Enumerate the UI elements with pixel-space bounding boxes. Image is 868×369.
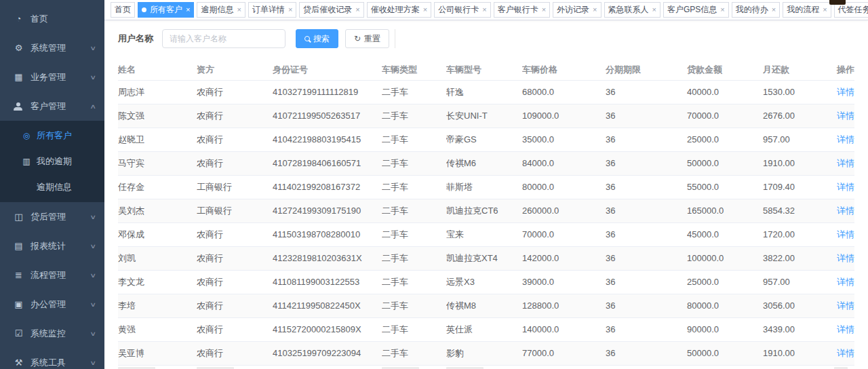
tab-label: 催收处理方案 <box>371 4 420 16</box>
refresh-icon: ↻ <box>354 34 361 43</box>
detail-link[interactable]: 详情 <box>837 300 854 311</box>
sidebar-item[interactable]: ≣流程管理∨ <box>0 260 104 290</box>
cell: 黄强 <box>118 317 197 341</box>
close-icon[interactable]: × <box>593 6 597 14</box>
cell-actions: 详情 <box>834 294 854 317</box>
chevron-up-icon: ∧ <box>90 103 97 110</box>
table-row: 陈文强农商行410721199505263517二手车长安UNI-T109000… <box>118 104 854 128</box>
column-header: 车辆价格 <box>522 60 606 80</box>
sidebar-subitem[interactable]: 逾期信息 <box>0 174 104 200</box>
cell: 李培 <box>118 294 197 317</box>
submenu: ◎所有客户▥我的逾期逾期信息 <box>0 121 104 202</box>
detail-link[interactable]: 详情 <box>837 277 854 287</box>
cell: 36 <box>606 128 687 151</box>
sidebar-item-label: 系统监控 <box>31 328 66 340</box>
sidebar-subitem[interactable]: ▥我的逾期 <box>0 149 104 174</box>
cell: 36 <box>606 151 687 175</box>
detail-link[interactable]: 详情 <box>837 206 854 216</box>
cell: 36 <box>606 175 687 199</box>
table-row: 李文龙农商行411081199003122553二手车远景X339000.036… <box>118 270 854 294</box>
close-icon[interactable]: × <box>720 6 724 14</box>
column-header: 分期期限 <box>606 60 687 80</box>
tab[interactable]: 我的待办× <box>732 2 780 18</box>
content-panel: 用户名称 搜索 ↻ 重置 姓名资方身份证号车辆类型车辆型号车辆价格分期期限贷款金… <box>104 20 868 369</box>
cell: 二手车 <box>382 199 446 222</box>
cell: 100000.0 <box>687 246 763 270</box>
sidebar-item[interactable]: ◫贷后管理∨ <box>0 202 104 231</box>
table-row: 刘凯农商行41232819810203631X二手车凯迪拉克XT4142000.… <box>118 246 854 270</box>
cell: 二手车 <box>382 341 446 365</box>
cell: 二手车 <box>382 128 446 151</box>
sidebar-item-label: 首页 <box>31 13 48 25</box>
detail-link[interactable]: 详情 <box>837 182 854 192</box>
close-icon[interactable]: × <box>482 6 486 14</box>
table-row: 赵晓卫农商行410422198803195415二手车帝豪GS35000.036… <box>118 128 854 151</box>
cell: 50000.0 <box>687 341 763 365</box>
cell: 84000.0 <box>522 151 606 175</box>
tab[interactable]: 逾期信息× <box>197 2 245 18</box>
detail-link[interactable]: 详情 <box>837 158 854 168</box>
cell: 二手车 <box>382 151 446 175</box>
sidebar-subitem[interactable]: ◎所有客户 <box>0 123 104 149</box>
search-input[interactable] <box>162 29 285 48</box>
tab[interactable]: 贷后催收记录× <box>299 2 363 18</box>
detail-link[interactable]: 详情 <box>837 324 854 334</box>
close-icon[interactable]: × <box>772 6 776 14</box>
cell: 70000.0 <box>687 104 763 128</box>
tab[interactable]: 公司银行卡× <box>434 2 490 18</box>
sidebar-item[interactable]: 客户管理∧ <box>0 92 104 121</box>
reset-button[interactable]: ↻ 重置 <box>345 29 389 48</box>
close-icon[interactable]: × <box>823 6 827 14</box>
detail-link[interactable]: 详情 <box>837 229 854 239</box>
sidebar-item[interactable]: ⚙系统管理∨ <box>0 33 104 62</box>
detail-link[interactable]: 详情 <box>837 87 854 97</box>
cell: 二手车 <box>382 104 446 128</box>
cell: 传祺M8 <box>446 294 522 317</box>
close-icon[interactable]: × <box>237 6 241 14</box>
detail-link[interactable]: 详情 <box>837 134 854 144</box>
close-icon[interactable]: × <box>186 6 190 14</box>
cell: 55000.0 <box>687 175 763 199</box>
sidebar-item[interactable]: ☑系统监控∨ <box>0 319 104 348</box>
close-icon[interactable]: × <box>652 6 656 14</box>
close-icon[interactable]: × <box>288 6 292 14</box>
tab[interactable]: 订单详情× <box>248 2 296 18</box>
tab[interactable]: 外访记录× <box>553 2 601 18</box>
column-header: 贷款金额 <box>687 60 763 80</box>
tab[interactable]: 首页 <box>111 2 135 18</box>
sidebar-item[interactable]: ▣办公管理∨ <box>0 290 104 319</box>
cell-actions: 详情 <box>834 104 854 128</box>
cell: 吴刘杰 <box>118 199 197 222</box>
sidebar-item[interactable]: ⚒系统工具∨ <box>0 348 104 369</box>
chevron-down-icon: ∨ <box>90 272 97 279</box>
tab[interactable]: 客户银行卡× <box>494 2 550 18</box>
tab-label: 所有客户 <box>150 4 182 16</box>
cell: 41142119950822450X <box>273 294 382 317</box>
tab[interactable]: 所有客户× <box>138 2 194 18</box>
sidebar-item[interactable]: ▦业务管理∨ <box>0 62 104 92</box>
close-icon[interactable]: × <box>542 6 546 14</box>
detail-link[interactable]: 详情 <box>837 348 854 358</box>
cell-actions: 详情 <box>834 151 854 175</box>
tab[interactable]: 客户GPS信息× <box>663 2 729 18</box>
search-label: 用户名称 <box>118 33 153 45</box>
cell-actions: 详情 <box>834 317 854 341</box>
tab[interactable]: 紧急联系人× <box>604 2 660 18</box>
monitor-icon: ☑ <box>14 329 24 338</box>
cell: 36 <box>606 80 687 104</box>
close-icon[interactable]: × <box>423 6 427 14</box>
divider <box>395 29 395 48</box>
active-dot-icon <box>142 7 146 12</box>
close-icon[interactable]: × <box>355 6 359 14</box>
search-button[interactable]: 搜索 <box>296 29 338 48</box>
search-button-label: 搜索 <box>313 33 330 45</box>
detail-link[interactable]: 详情 <box>837 253 854 263</box>
cell: 410728198406160571 <box>273 151 382 175</box>
tabs-bar: 首页所有客户×逾期信息×订单详情×贷后催收记录×催收处理方案×公司银行卡×客户银… <box>104 0 868 20</box>
table-row: 李培农商行41142119950822450X二手车传祺M8128800.036… <box>118 294 854 317</box>
sidebar-item[interactable]: ◔首页 <box>0 4 104 33</box>
tab[interactable]: 催收处理方案× <box>367 2 431 18</box>
tab[interactable]: 我的流程× <box>783 2 831 18</box>
detail-link[interactable]: 详情 <box>837 111 854 121</box>
sidebar-item[interactable]: ▤报表统计∨ <box>0 231 104 260</box>
